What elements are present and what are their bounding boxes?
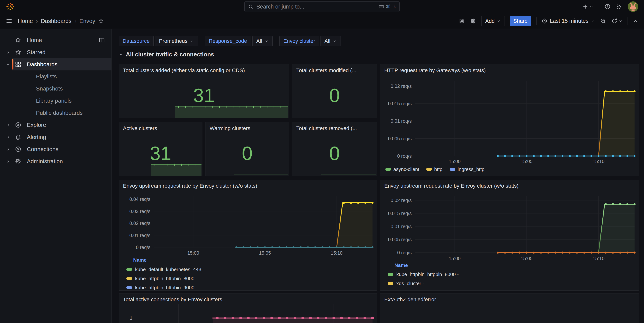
template-var-value[interactable]: All bbox=[320, 36, 341, 46]
template-var-value[interactable]: Prometheus bbox=[155, 36, 198, 46]
plug-icon bbox=[15, 146, 27, 153]
svg-text:0 req/s: 0 req/s bbox=[136, 245, 150, 250]
panel-title[interactable]: Envoy upstream request rate by Envoy clu… bbox=[123, 183, 257, 189]
search-shortcut-text: ⌘+k bbox=[386, 4, 396, 10]
bell-icon bbox=[15, 134, 22, 141]
panel-title[interactable]: Total clusters removed (... bbox=[296, 125, 357, 131]
sidebar-item-label: Alerting bbox=[27, 134, 46, 140]
breadcrumb-dashboards[interactable]: Dashboards bbox=[41, 18, 72, 24]
svg-text:kube_httpbin_httpbin_8000 -: kube_httpbin_httpbin_8000 - bbox=[396, 271, 459, 277]
clock-icon bbox=[542, 18, 548, 24]
search-input[interactable]: Search or jump to... ⌘+k bbox=[244, 1, 400, 12]
star-icon bbox=[15, 49, 22, 56]
mega-menu-button[interactable] bbox=[6, 18, 12, 25]
sidebar-item-label: Library panels bbox=[36, 98, 72, 104]
dashboard-settings-button[interactable] bbox=[470, 18, 476, 24]
sidebar-item-connections[interactable]: Connections bbox=[0, 143, 112, 155]
svg-text:0.02 req/s: 0.02 req/s bbox=[130, 221, 150, 226]
add-panel-button[interactable]: Add bbox=[481, 16, 505, 26]
chevron-down-icon bbox=[496, 19, 501, 23]
template-var-label[interactable]: Envoy cluster bbox=[280, 36, 319, 46]
rss-icon bbox=[616, 4, 622, 10]
panel-title[interactable]: Total clusters modified (... bbox=[296, 67, 356, 74]
chevron-up-icon bbox=[633, 18, 638, 24]
svg-text:0.02 req/s: 0.02 req/s bbox=[391, 198, 412, 203]
sidebar-item-label: Playlists bbox=[36, 73, 57, 80]
chevron-down-icon bbox=[190, 39, 194, 43]
compass-icon bbox=[15, 122, 22, 128]
refresh-button[interactable] bbox=[611, 18, 622, 24]
sidebar-item-starred[interactable]: Starred bbox=[0, 46, 112, 58]
dock-menu-button[interactable] bbox=[98, 37, 105, 43]
sidebar-item-home[interactable]: Home bbox=[0, 34, 112, 46]
bell-icon bbox=[15, 134, 27, 141]
envoy-upstream-rate-chart-right[interactable]: 15:0015:0515:100 req/s0.005 req/s0.01 re… bbox=[380, 180, 639, 291]
panel-title[interactable]: Envoy upstream request rate by Envoy clu… bbox=[384, 183, 518, 189]
chevron-right-icon[interactable] bbox=[6, 159, 15, 164]
chevron-right-icon bbox=[6, 135, 10, 140]
stat-panel-warming-clusters: Warming clusters 0 bbox=[205, 122, 289, 176]
sidebar-item-explore[interactable]: Explore bbox=[0, 119, 112, 131]
sidebar-item-label: Snapshots bbox=[36, 85, 63, 92]
chevron-right-icon bbox=[6, 123, 10, 127]
divider bbox=[536, 18, 536, 25]
chevron-right-icon[interactable] bbox=[6, 123, 15, 127]
sidebar-item-public-dashboards[interactable]: Public dashboards bbox=[0, 107, 112, 119]
panel-title[interactable]: ExtAuthZ denied/error bbox=[384, 296, 436, 302]
sidebar-item-administration[interactable]: Administration bbox=[0, 155, 112, 167]
stat-value: 31 bbox=[150, 144, 171, 163]
chevron-right-icon[interactable] bbox=[6, 50, 15, 55]
sidebar-item-dashboards[interactable]: Dashboards bbox=[0, 58, 112, 71]
chart-panel-http-request-rate: HTTP request rate by Gateways (w/o stats… bbox=[380, 64, 639, 176]
panel-title[interactable]: HTTP request rate by Gateways (w/o stats… bbox=[384, 67, 486, 74]
sidebar-item-playlists[interactable]: Playlists bbox=[0, 71, 112, 83]
chevron-down-icon bbox=[6, 62, 10, 67]
svg-text:0.02 req/s: 0.02 req/s bbox=[391, 84, 412, 89]
svg-text:15:00: 15:00 bbox=[449, 159, 461, 164]
share-button-label: Share bbox=[514, 18, 528, 24]
breadcrumb-current[interactable]: Envoy bbox=[80, 18, 95, 24]
zoom-out-time-button[interactable] bbox=[600, 18, 606, 24]
sidebar-item-snapshots[interactable]: Snapshots bbox=[0, 83, 112, 95]
chart-panel-extauthz: ExtAuthZ denied/error bbox=[380, 293, 639, 323]
breadcrumb-home[interactable]: Home bbox=[18, 18, 33, 24]
panel-title[interactable]: Active clusters bbox=[123, 125, 157, 131]
sidebar-item-alerting[interactable]: Alerting bbox=[0, 131, 112, 143]
template-var-datasource: DatasourcePrometheus bbox=[118, 36, 198, 46]
envoy-upstream-rate-chart-left[interactable]: 15:0015:0515:100 req/s0.01 req/s0.02 req… bbox=[119, 180, 377, 291]
panel-title[interactable]: Total active connections by Envoy cluste… bbox=[123, 296, 222, 302]
stat-sparkline bbox=[321, 174, 376, 176]
template-var-value[interactable]: All bbox=[252, 36, 272, 46]
svg-text:0.015 req/s: 0.015 req/s bbox=[388, 101, 412, 106]
save-dashboard-button[interactable] bbox=[458, 18, 465, 24]
breadcrumb-separator: › bbox=[36, 18, 38, 24]
help-button[interactable] bbox=[604, 4, 611, 10]
http-request-rate-chart[interactable]: 15:0015:0515:100 req/s0.005 req/s0.01 re… bbox=[380, 64, 639, 176]
panel-title[interactable]: Total clusters added (either via static … bbox=[123, 67, 245, 74]
dashboard-row-header[interactable]: All cluster traffic & connections bbox=[118, 51, 214, 58]
svg-text:15:10: 15:10 bbox=[331, 250, 342, 256]
add-new-button[interactable] bbox=[582, 4, 594, 10]
template-variables-bar: DatasourcePrometheusResponse_codeAllEnvo… bbox=[118, 36, 341, 46]
svg-text:0.005 req/s: 0.005 req/s bbox=[388, 237, 412, 242]
chevron-down-icon[interactable] bbox=[6, 62, 15, 67]
user-avatar[interactable] bbox=[628, 1, 638, 12]
grafana-logo[interactable] bbox=[6, 2, 15, 11]
stat-panel-total-clusters-modified: Total clusters modified (... 0 bbox=[292, 64, 377, 118]
menu-icon bbox=[6, 18, 12, 25]
news-button[interactable] bbox=[616, 4, 622, 10]
svg-text:Name: Name bbox=[133, 257, 146, 263]
favorite-star-icon[interactable] bbox=[98, 18, 104, 24]
template-var-label[interactable]: Response_code bbox=[205, 36, 251, 46]
stat-value: 0 bbox=[329, 86, 340, 105]
panel-title[interactable]: Warming clusters bbox=[210, 125, 250, 131]
chevron-right-icon[interactable] bbox=[6, 147, 15, 152]
divider bbox=[628, 18, 628, 25]
kiosk-mode-button[interactable] bbox=[633, 18, 638, 24]
share-button[interactable]: Share bbox=[510, 16, 532, 26]
chevron-right-icon[interactable] bbox=[6, 135, 15, 140]
time-range-picker[interactable]: Last 15 minutes bbox=[542, 18, 595, 24]
template-var-label[interactable]: Datasource bbox=[118, 36, 154, 46]
svg-text:0.03 req/s: 0.03 req/s bbox=[130, 209, 150, 214]
sidebar-item-library-panels[interactable]: Library panels bbox=[0, 95, 112, 107]
